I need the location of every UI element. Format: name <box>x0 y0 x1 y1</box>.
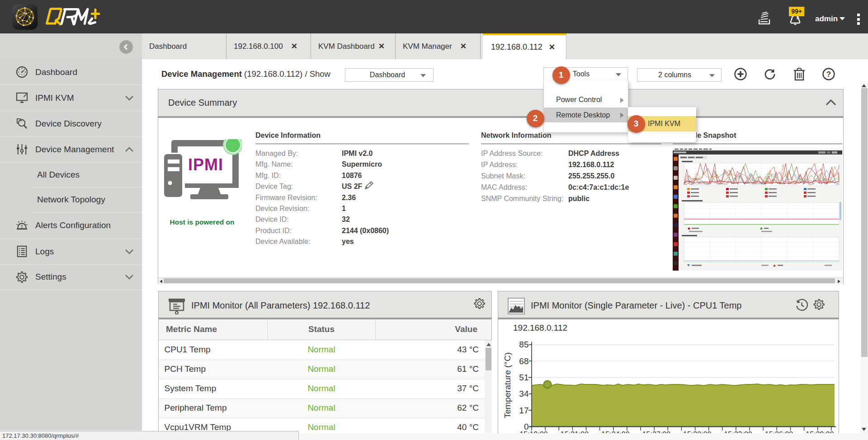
svg-text:51: 51 <box>519 373 528 382</box>
svg-text:?: ? <box>826 70 831 79</box>
svg-text:IPMI: IPMI <box>188 155 223 174</box>
svg-text:0: 0 <box>524 422 529 431</box>
svg-text:17: 17 <box>519 406 528 415</box>
svg-text:68: 68 <box>519 356 528 366</box>
svg-text:85: 85 <box>519 340 528 349</box>
svg-text:Temperature (°C): Temperature (°C) <box>503 352 512 418</box>
svg-text:34: 34 <box>519 389 529 398</box>
